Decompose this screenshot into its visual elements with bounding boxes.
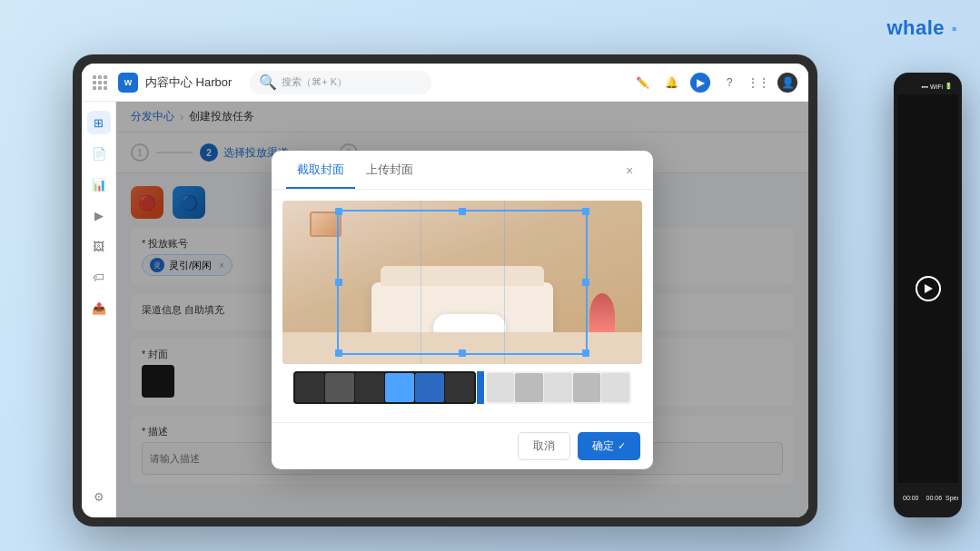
timeline-cursor[interactable]: [477, 371, 484, 404]
phone-signal-icon: ▪▪▪: [922, 84, 928, 90]
dialog-header: 截取封面 上传封面 ×: [272, 151, 653, 190]
sidebar-icon-settings[interactable]: ⚙: [87, 485, 111, 508]
sidebar-icon-tag[interactable]: 🏷: [87, 265, 111, 289]
search-icon: 🔍: [259, 74, 277, 91]
phone-battery-icon: 🔋: [945, 83, 953, 90]
main-panel: 分发中心 › 创建投放任务 1 2 选择投放渠道 3: [116, 102, 808, 517]
confirm-button[interactable]: 确定 ✓: [578, 432, 640, 460]
nav-logo: W: [118, 73, 138, 93]
content-area: ⊞ 📄 📊 ▶ 🖼 🏷 📤 ⚙ 分发中心 › 创建投放任务: [82, 102, 808, 517]
search-placeholder: 搜索（⌘+ K）: [282, 75, 347, 89]
sidebar-icons: ⊞ 📄 📊 ▶ 🖼 🏷 📤 ⚙: [82, 102, 116, 517]
wall-art: [310, 212, 342, 237]
phone-controls: 00:00 00:06 Speed 🔊: [897, 483, 958, 512]
timeline-light-segment[interactable]: [485, 371, 631, 404]
confirm-label: 确定: [592, 438, 614, 454]
phone-wifi-icon: WiFi: [930, 84, 943, 90]
phone-screen: ▪▪▪ WiFi 🔋 00:00 00:06 Speed 🔊: [897, 78, 958, 512]
help-icon-btn[interactable]: ?: [719, 73, 739, 93]
room-image: [282, 201, 642, 364]
cancel-button[interactable]: 取消: [518, 432, 570, 460]
sidebar-icon-home[interactable]: ⊞: [87, 111, 111, 134]
phone-time-start: 00:00: [903, 495, 919, 501]
play-icon-btn[interactable]: ▶: [690, 73, 710, 93]
sidebar-icon-send[interactable]: 📤: [87, 296, 111, 320]
tablet-frame: W 内容中心 Harbor 🔍 搜索（⌘+ K） ✏️ 🔔 ▶ ? ⋮⋮ 👤 ⊞…: [73, 54, 817, 526]
timeline-thumb-4: [385, 373, 414, 402]
confirm-check-icon: ✓: [618, 440, 626, 452]
nav-title: 内容中心 Harbor: [145, 74, 232, 91]
phone-speed-label: Speed: [945, 495, 958, 501]
timeline-light-thumb-2: [515, 373, 543, 402]
timeline-thumb-6: [445, 373, 474, 402]
phone-status-bar: ▪▪▪ WiFi 🔋: [897, 78, 958, 94]
grid-icon[interactable]: [93, 75, 107, 90]
sidebar-icon-video[interactable]: ▶: [87, 203, 111, 227]
user-avatar-btn[interactable]: 👤: [777, 73, 797, 93]
timeline-light-thumb-3: [544, 373, 572, 402]
timeline-light-thumb-5: [601, 373, 629, 402]
timeline-light-thumb-1: [487, 373, 515, 402]
tablet-screen: W 内容中心 Harbor 🔍 搜索（⌘+ K） ✏️ 🔔 ▶ ? ⋮⋮ 👤 ⊞…: [82, 64, 808, 517]
sidebar-icon-docs[interactable]: 📄: [87, 142, 111, 165]
crop-vline-1: [421, 201, 421, 364]
timeline-dark-segment[interactable]: [293, 371, 476, 404]
timeline-thumb-5: [415, 373, 444, 402]
top-nav: W 内容中心 Harbor 🔍 搜索（⌘+ K） ✏️ 🔔 ▶ ? ⋮⋮ 👤: [82, 64, 808, 102]
tab-upload-cover[interactable]: 上传封面: [355, 162, 424, 189]
sidebar-icon-chart[interactable]: 📊: [87, 172, 111, 196]
timeline-strip: [282, 364, 642, 411]
crop-dialog: 截取封面 上传封面 ×: [272, 151, 653, 469]
phone-frame: ▪▪▪ WiFi 🔋 00:00 00:06 Speed 🔊: [894, 73, 962, 517]
timeline-light-thumb-4: [573, 373, 601, 402]
phone-play-button[interactable]: [916, 276, 941, 301]
timeline-thumb-1: [295, 373, 324, 402]
phone-content: [897, 94, 958, 483]
dialog-overlay: 截取封面 上传封面 ×: [116, 102, 808, 517]
bell-icon-btn[interactable]: 🔔: [661, 73, 681, 93]
apps-icon-btn[interactable]: ⋮⋮: [748, 73, 768, 93]
dialog-close-button[interactable]: ×: [620, 162, 638, 180]
timeline-thumb-2: [325, 373, 354, 402]
crop-vline-2: [504, 201, 505, 364]
timeline-thumb-3: [355, 373, 384, 402]
phone-time-end: 00:06: [926, 495, 943, 501]
sidebar-icon-image[interactable]: 🖼: [87, 234, 111, 258]
crop-preview: [282, 201, 642, 364]
play-triangle-icon: [925, 284, 933, 293]
whale-logo: whale: [886, 16, 958, 42]
edit-icon-btn[interactable]: ✏️: [632, 73, 652, 93]
nav-actions: ✏️ 🔔 ▶ ? ⋮⋮ 👤: [632, 73, 797, 93]
floor: [282, 332, 642, 364]
dialog-footer: 取消 确定 ✓: [272, 422, 653, 469]
dialog-body: [272, 190, 653, 422]
nav-search-bar[interactable]: 🔍 搜索（⌘+ K）: [250, 71, 431, 94]
tab-capture-cover[interactable]: 截取封面: [286, 162, 355, 189]
